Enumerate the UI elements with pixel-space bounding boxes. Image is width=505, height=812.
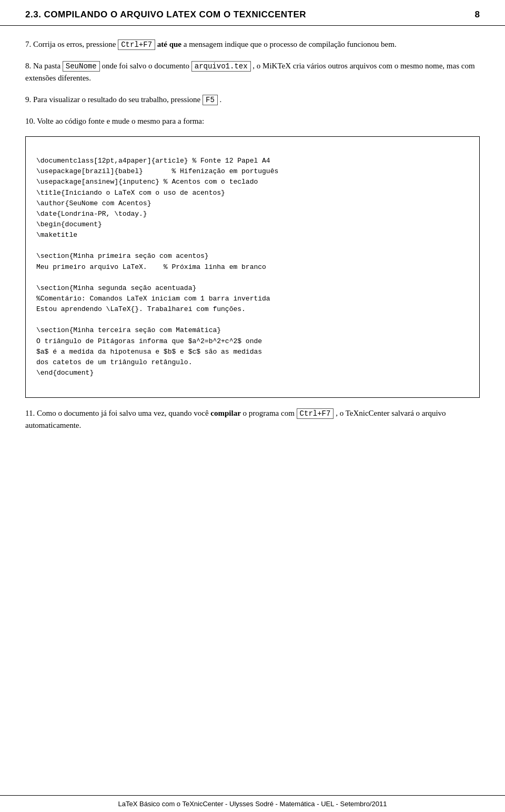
item-11-number: 11. bbox=[25, 409, 35, 417]
main-content: 7. Corrija os erros, pressione Ctrl+F7 a… bbox=[0, 38, 505, 432]
item-7-text-before: Corrija os erros, pressione bbox=[33, 40, 118, 48]
seunome-box: SeuNome bbox=[63, 61, 100, 72]
code-block: \documentclass[12pt,a4paper]{article} % … bbox=[25, 136, 480, 398]
section-title: 2.3. COMPILANDO O ARQUIVO LATEX COM O TE… bbox=[25, 9, 306, 20]
page-footer: LaTeX Básico com o TeXnicCenter - Ulysse… bbox=[0, 795, 505, 812]
page-container: 2.3. COMPILANDO O ARQUIVO LATEX COM O TE… bbox=[0, 0, 505, 812]
item-8-text-middle: onde foi salvo o documento bbox=[102, 62, 191, 70]
footer-text: LaTeX Básico com o TeXnicCenter - Ulysse… bbox=[118, 800, 387, 808]
item-11-text-before: Como o documento já foi salvo uma vez, q… bbox=[37, 409, 297, 417]
f5-kbd: F5 bbox=[203, 95, 218, 105]
item-9-number: 9. bbox=[25, 95, 31, 104]
page-number: 8 bbox=[475, 9, 480, 20]
item-10: 10. Volte ao código fonte e mude o mesmo… bbox=[25, 115, 480, 127]
item-10-text: Volte ao código fonte e mude o mesmo par… bbox=[37, 117, 204, 125]
ctrl-f7-kbd-2: Ctrl+F7 bbox=[297, 408, 334, 419]
item-8: 8. Na pasta SeuNome onde foi salvo o doc… bbox=[25, 60, 480, 84]
arquivo-box: arquivo1.tex bbox=[191, 61, 251, 72]
item-11: 11. Como o documento já foi salvo uma ve… bbox=[25, 407, 480, 432]
ctrl-f7-kbd: Ctrl+F7 bbox=[118, 39, 155, 50]
item-10-number: 10. bbox=[25, 117, 35, 125]
item-7: 7. Corrija os erros, pressione Ctrl+F7 a… bbox=[25, 38, 480, 51]
item-9: 9. Para visualizar o resultado do seu tr… bbox=[25, 94, 480, 106]
item-7-text-after: até que a mensagem indique que o process… bbox=[157, 40, 397, 48]
code-line-1: \documentclass[12pt,a4paper]{article} % … bbox=[36, 157, 278, 377]
page-header: 2.3. COMPILANDO O ARQUIVO LATEX COM O TE… bbox=[0, 0, 505, 26]
item-8-number: 8. bbox=[25, 62, 31, 70]
item-8-text-before: Na pasta bbox=[33, 62, 63, 70]
item-7-number: 7. bbox=[25, 40, 31, 48]
item-9-period: . bbox=[220, 95, 222, 104]
item-9-text: Para visualizar o resultado do seu traba… bbox=[33, 95, 203, 104]
